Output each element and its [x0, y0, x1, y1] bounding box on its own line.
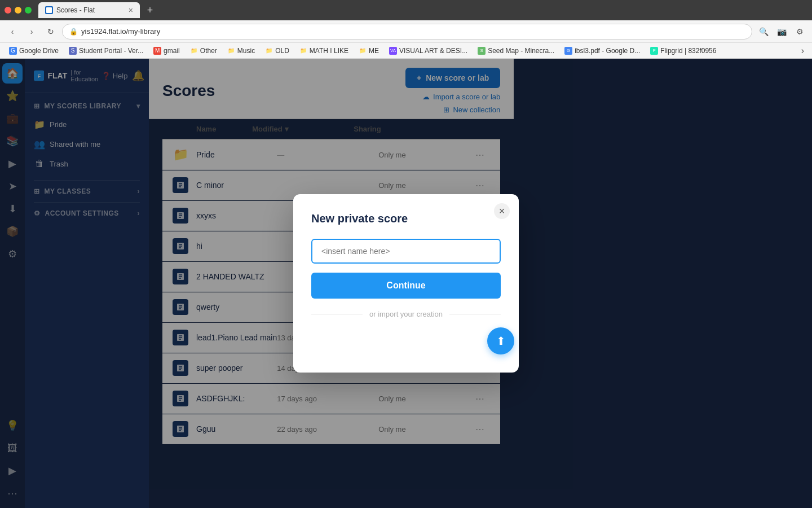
modal-divider: or import your creation: [311, 310, 501, 318]
nav-icon-group: 🔍 📷 ⚙: [756, 24, 807, 40]
google-drive-favicon: G: [9, 47, 17, 55]
tab-close-button[interactable]: ×: [129, 6, 133, 15]
extensions-button[interactable]: ⚙: [792, 24, 807, 40]
bookmark-music[interactable]: 📁 Music: [223, 46, 259, 56]
bookmark-student-portal[interactable]: S Student Portal - Ver...: [64, 46, 148, 56]
fab-upload-button[interactable]: ⬆: [487, 327, 514, 354]
bookmark-google-drive[interactable]: G Google Drive: [5, 46, 63, 56]
bookmark-ibsl[interactable]: G ibsl3.pdf - Google D...: [560, 46, 645, 56]
bookmarks-bar: G Google Drive S Student Portal - Ver...…: [0, 43, 812, 59]
bookmark-flipgrid[interactable]: F Flipgrid | 832f0956: [646, 46, 721, 56]
continue-button[interactable]: Continue: [311, 273, 501, 299]
folder-favicon: 📁: [265, 47, 273, 55]
ibsl-favicon: G: [564, 47, 572, 55]
bookmark-label: ME: [369, 47, 379, 55]
bookmark-label: ibsl3.pdf - Google D...: [575, 47, 640, 55]
bookmark-other[interactable]: 📁 Other: [186, 46, 222, 56]
bookmark-label: OLD: [275, 47, 289, 55]
bookmark-label: Seed Map - Minecra...: [488, 47, 554, 55]
traffic-light-yellow[interactable]: [15, 7, 21, 14]
bookmark-label: gmail: [164, 47, 180, 55]
bookmark-old[interactable]: 📁 OLD: [261, 46, 294, 56]
refresh-button[interactable]: ↻: [43, 24, 59, 40]
seed-map-favicon: S: [478, 47, 486, 55]
back-button[interactable]: ‹: [5, 24, 20, 40]
new-tab-button[interactable]: +: [142, 2, 158, 18]
bookmarks-more-button[interactable]: ›: [798, 45, 807, 57]
address-text: yis1924.flat.io/my-library: [81, 27, 160, 36]
folder-favicon: 📁: [299, 47, 307, 55]
lock-icon: 🔒: [69, 28, 78, 36]
traffic-light-red[interactable]: [5, 7, 11, 14]
bookmark-label: MATH I LIKE: [310, 47, 348, 55]
flipgrid-favicon: F: [650, 47, 658, 55]
modal-title: New private score: [311, 212, 501, 225]
forward-button[interactable]: ›: [24, 24, 39, 40]
modal-overlay[interactable]: × New private score Continue or import y…: [0, 59, 812, 508]
tab-title: Scores - Flat: [56, 6, 95, 14]
bookmark-label: Google Drive: [19, 47, 59, 55]
search-browser-button[interactable]: 🔍: [756, 24, 771, 40]
bookmark-label: VISUAL ART & DESI...: [399, 47, 467, 55]
new-score-modal: × New private score Continue or import y…: [293, 194, 519, 373]
folder-favicon: 📁: [190, 47, 198, 55]
gmail-favicon: M: [153, 47, 161, 55]
bookmark-math[interactable]: 📁 MATH I LIKE: [295, 46, 353, 56]
modal-close-button[interactable]: ×: [494, 203, 510, 219]
bookmark-visual-art[interactable]: VA VISUAL ART & DESI...: [385, 46, 472, 56]
bookmark-gmail[interactable]: M gmail: [149, 46, 184, 56]
student-portal-favicon: S: [69, 47, 77, 55]
bookmark-label: Music: [237, 47, 255, 55]
bookmark-label: Student Portal - Ver...: [79, 47, 143, 55]
address-bar[interactable]: 🔒 yis1924.flat.io/my-library: [62, 24, 752, 40]
tab-favicon: [45, 6, 53, 14]
svg-rect-0: [46, 7, 52, 13]
bookmark-me[interactable]: 📁 ME: [354, 46, 383, 56]
bookmark-seed-map[interactable]: S Seed Map - Minecra...: [473, 46, 559, 56]
traffic-light-green[interactable]: [25, 7, 32, 14]
folder-favicon: 📁: [227, 47, 235, 55]
camera-button[interactable]: 📷: [774, 24, 789, 40]
bookmark-label: Other: [200, 47, 217, 55]
score-name-input[interactable]: [311, 239, 501, 264]
bookmark-label: Flipgrid | 832f0956: [660, 47, 716, 55]
folder-favicon: 📁: [359, 47, 367, 55]
visual-art-favicon: VA: [389, 47, 397, 55]
browser-tab-active[interactable]: Scores - Flat ×: [38, 2, 140, 18]
